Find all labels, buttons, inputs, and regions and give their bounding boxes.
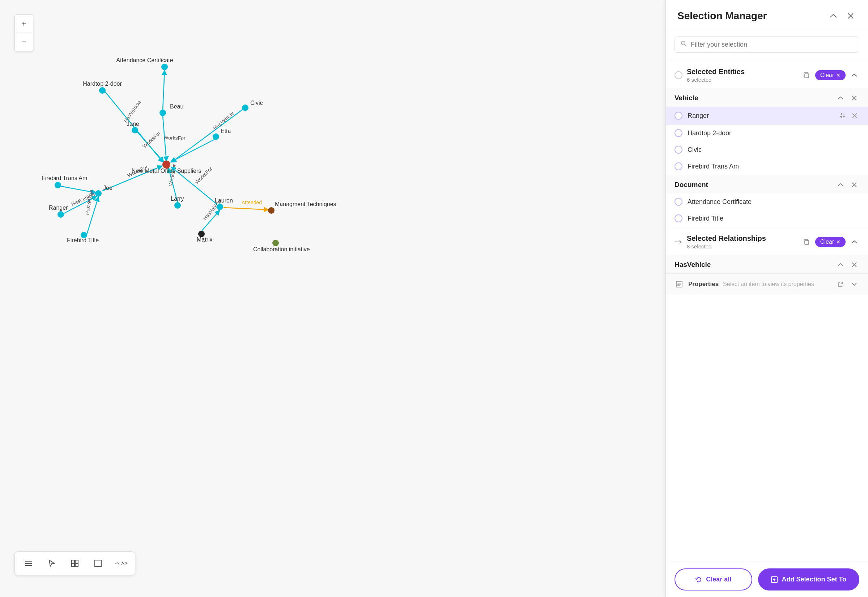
entity-name-ranger: Ranger [688,112,832,120]
zoom-controls: + − [15,15,33,51]
search-icon [681,40,687,49]
svg-point-33 [242,104,248,111]
selected-entities-section: Selected Entities 6 selected Clear ✕ [666,60,868,227]
panel-header-actions [828,10,856,22]
zoom-in-button[interactable]: + [15,15,33,33]
hasvehicle-group-title: HasVehicle [675,261,711,269]
clear-relationships-x-icon: ✕ [836,239,841,245]
zoom-out-button[interactable]: − [15,33,33,51]
close-panel-button[interactable] [845,10,856,22]
graph-svg: HasVehicle WorksFor WorksFor HasVehicle … [0,0,669,597]
svg-point-67 [681,41,685,45]
svg-point-53 [272,240,279,246]
relationship-title-group: Selected Relationships 8 selected [687,234,797,249]
add-selection-set-button[interactable]: Add Selection Set To [758,569,859,591]
collapse-panel-button[interactable] [828,10,839,22]
document-group-actions [835,180,859,190]
svg-point-31 [132,127,138,134]
entity-row-firetrans[interactable]: Firebird Trans Am [666,158,868,175]
svg-text:Joe: Joe [103,185,113,191]
collapse-hasvehicle-button[interactable] [835,260,846,270]
svg-text:Firebird Trans Am: Firebird Trans Am [42,175,87,181]
svg-text:WorksFor: WorksFor [163,135,186,141]
document-group-header: Document [666,175,868,193]
clear-entities-button[interactable]: Clear ✕ [815,70,846,80]
copy-entities-button[interactable] [801,70,812,81]
close-hasvehicle-button[interactable] [849,260,859,270]
svg-text:Collaboration initiative: Collaboration initiative [253,246,310,252]
hasvehicle-group-actions [835,260,859,270]
cursor-icon[interactable] [45,557,58,570]
svg-text:HasVehicle: HasVehicle [123,100,142,124]
svg-text:Matrix: Matrix [197,236,213,243]
svg-point-41 [95,190,102,197]
remove-ranger-button[interactable] [850,111,859,120]
svg-text:Etta: Etta [221,128,231,134]
vehicle-group-header: Vehicle [666,88,868,107]
box-icon[interactable] [92,557,104,570]
close-document-button[interactable] [849,180,859,190]
svg-line-2 [163,71,165,110]
graph-canvas[interactable]: HasVehicle WorksFor WorksFor HasVehicle … [0,0,669,597]
svg-text:Larry: Larry [171,196,184,202]
entity-row-firetitle[interactable]: Firebird Title [666,210,868,227]
svg-line-9 [171,138,217,162]
collapse-entities-button[interactable] [849,70,859,80]
hasvehicle-group: HasVehicle [666,255,868,273]
selection-panel: Selection Manager [666,0,868,597]
search-input[interactable] [691,41,853,49]
entity-row-hardtop[interactable]: Hardtop 2-door [666,125,868,141]
svg-point-37 [162,160,170,168]
collapse-document-button[interactable] [835,180,846,190]
svg-text:Jane: Jane [126,121,139,127]
grid-icon[interactable] [68,557,82,570]
svg-point-35 [213,134,219,140]
list-icon[interactable] [22,557,35,570]
expand-properties-button[interactable] [849,279,859,289]
panel-title: Selection Manager [678,10,767,22]
more-icon[interactable]: >> [114,557,128,570]
svg-point-39 [55,182,61,189]
svg-point-29 [159,110,166,116]
copy-relationships-button[interactable] [801,236,812,247]
svg-text:Attendance Certificate: Attendance Certificate [116,57,173,63]
svg-rect-64 [95,560,101,567]
clear-relationships-button[interactable]: Clear ✕ [815,237,846,247]
svg-rect-63 [75,564,78,567]
entity-dot-civic [675,146,682,154]
entity-title-group: Selected Entities 6 selected [687,68,797,83]
entity-row-ranger[interactable]: Ranger [666,107,868,125]
svg-rect-69 [805,74,809,78]
svg-text:Managment Techniques: Managment Techniques [275,201,336,207]
selected-relationships-title: Selected Relationships [687,234,797,243]
entity-row-cert[interactable]: Attendance Certificate [666,193,868,210]
entity-name-firetrans: Firebird Trans Am [688,163,859,170]
close-vehicle-button[interactable] [849,93,859,103]
svg-point-43 [58,211,64,218]
properties-actions [835,279,859,289]
collapse-vehicle-button[interactable] [835,93,846,103]
properties-icon [675,279,684,289]
properties-hint: Select an item to view its properties [723,281,831,288]
entity-row-civic[interactable]: Civic [666,141,868,158]
svg-text:Lauren: Lauren [215,198,233,203]
selected-relationships-count: 8 selected [687,244,797,249]
entity-dot-firetrans [675,162,682,170]
open-properties-button[interactable] [835,279,846,289]
svg-rect-60 [71,560,74,563]
svg-point-49 [268,207,275,214]
clear-all-button[interactable]: Clear all [675,569,752,591]
selected-entities-title: Selected Entities [687,68,797,76]
collapse-relationships-button[interactable] [849,237,859,247]
svg-rect-62 [71,564,74,567]
svg-line-68 [685,45,687,46]
selected-relationships-section: Selected Relationships 8 selected Clear … [666,227,868,274]
properties-bar: Properties Select an item to view its pr… [666,274,868,294]
expand-ranger-button[interactable] [838,111,847,120]
entity-name-civic: Civic [688,146,859,154]
entity-dot-ranger [675,112,682,120]
panel-content: Selected Entities 6 selected Clear ✕ [666,60,868,561]
entity-actions-ranger [838,111,859,120]
svg-point-25 [161,64,168,70]
clear-entities-x-icon: ✕ [836,72,841,78]
